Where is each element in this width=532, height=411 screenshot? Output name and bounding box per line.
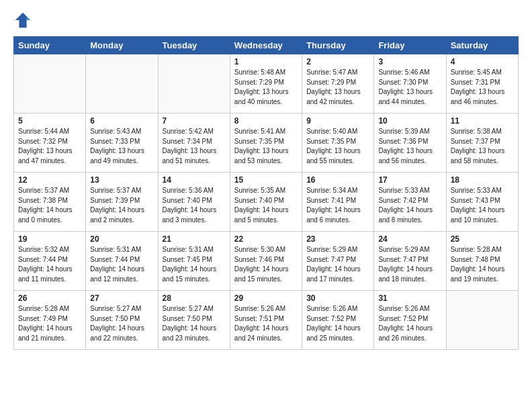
day-number: 25: [451, 234, 514, 244]
day-number: 26: [18, 293, 81, 303]
day-info: Sunrise: 5:38 AM Sunset: 7:37 PM Dayligh…: [451, 127, 514, 166]
day-info: Sunrise: 5:26 AM Sunset: 7:52 PM Dayligh…: [378, 304, 441, 343]
day-info: Sunrise: 5:41 AM Sunset: 7:35 PM Dayligh…: [234, 127, 298, 166]
calendar-cell: 25Sunrise: 5:28 AM Sunset: 7:48 PM Dayli…: [446, 232, 518, 291]
day-number: 23: [306, 234, 369, 244]
day-info: Sunrise: 5:37 AM Sunset: 7:38 PM Dayligh…: [18, 186, 81, 225]
day-number: 19: [18, 234, 81, 244]
calendar-cell: 22Sunrise: 5:30 AM Sunset: 7:46 PM Dayli…: [230, 232, 302, 291]
day-number: 14: [163, 175, 226, 185]
day-info: Sunrise: 5:36 AM Sunset: 7:40 PM Dayligh…: [163, 186, 226, 225]
calendar-cell: 29Sunrise: 5:26 AM Sunset: 7:51 PM Dayli…: [230, 291, 302, 350]
weekday-header: Monday: [86, 37, 158, 54]
day-number: 3: [378, 57, 441, 66]
calendar-cell: 7Sunrise: 5:42 AM Sunset: 7:34 PM Daylig…: [158, 113, 230, 173]
calendar-cell: 31Sunrise: 5:26 AM Sunset: 7:52 PM Dayli…: [374, 291, 446, 350]
day-info: Sunrise: 5:33 AM Sunset: 7:42 PM Dayligh…: [378, 186, 441, 225]
logo-icon: [13, 11, 32, 30]
calendar-cell: 13Sunrise: 5:37 AM Sunset: 7:39 PM Dayli…: [86, 173, 158, 232]
calendar-week-row: 19Sunrise: 5:32 AM Sunset: 7:44 PM Dayli…: [14, 232, 519, 291]
day-info: Sunrise: 5:33 AM Sunset: 7:43 PM Dayligh…: [451, 186, 514, 225]
calendar-cell: 23Sunrise: 5:29 AM Sunset: 7:47 PM Dayli…: [302, 232, 374, 291]
calendar-cell: 4Sunrise: 5:45 AM Sunset: 7:31 PM Daylig…: [446, 54, 518, 113]
calendar-cell: 24Sunrise: 5:29 AM Sunset: 7:47 PM Dayli…: [374, 232, 446, 291]
calendar-cell: 30Sunrise: 5:26 AM Sunset: 7:52 PM Dayli…: [302, 291, 374, 350]
day-info: Sunrise: 5:45 AM Sunset: 7:31 PM Dayligh…: [451, 68, 514, 107]
day-number: 10: [378, 116, 441, 126]
calendar-cell: 11Sunrise: 5:38 AM Sunset: 7:37 PM Dayli…: [446, 113, 518, 173]
weekday-header: Friday: [374, 37, 446, 54]
day-info: Sunrise: 5:34 AM Sunset: 7:41 PM Dayligh…: [306, 186, 369, 225]
day-number: 20: [90, 234, 153, 244]
day-number: 27: [90, 293, 153, 303]
calendar-cell: [446, 291, 518, 350]
calendar-table: SundayMondayTuesdayWednesdayThursdayFrid…: [13, 36, 519, 350]
calendar-cell: 2Sunrise: 5:47 AM Sunset: 7:29 PM Daylig…: [302, 54, 374, 113]
calendar-cell: 15Sunrise: 5:35 AM Sunset: 7:40 PM Dayli…: [230, 173, 302, 232]
day-info: Sunrise: 5:31 AM Sunset: 7:45 PM Dayligh…: [163, 245, 226, 284]
calendar-week-row: 1Sunrise: 5:48 AM Sunset: 7:29 PM Daylig…: [14, 54, 519, 113]
calendar-week-row: 26Sunrise: 5:28 AM Sunset: 7:49 PM Dayli…: [14, 291, 519, 350]
calendar-cell: 8Sunrise: 5:41 AM Sunset: 7:35 PM Daylig…: [230, 113, 302, 173]
calendar-cell: 16Sunrise: 5:34 AM Sunset: 7:41 PM Dayli…: [302, 173, 374, 232]
day-number: 24: [378, 234, 441, 244]
calendar-cell: 18Sunrise: 5:33 AM Sunset: 7:43 PM Dayli…: [446, 173, 518, 232]
day-number: 16: [306, 175, 369, 185]
day-number: 6: [90, 116, 153, 126]
calendar-cell: 1Sunrise: 5:48 AM Sunset: 7:29 PM Daylig…: [230, 54, 302, 113]
day-info: Sunrise: 5:27 AM Sunset: 7:50 PM Dayligh…: [90, 304, 153, 343]
day-info: Sunrise: 5:29 AM Sunset: 7:47 PM Dayligh…: [378, 245, 441, 284]
day-info: Sunrise: 5:47 AM Sunset: 7:29 PM Dayligh…: [306, 68, 369, 107]
calendar-week-row: 5Sunrise: 5:44 AM Sunset: 7:32 PM Daylig…: [14, 113, 519, 173]
day-number: 17: [378, 175, 441, 185]
day-info: Sunrise: 5:31 AM Sunset: 7:44 PM Dayligh…: [90, 245, 153, 284]
day-info: Sunrise: 5:42 AM Sunset: 7:34 PM Dayligh…: [163, 127, 226, 166]
day-info: Sunrise: 5:28 AM Sunset: 7:48 PM Dayligh…: [451, 245, 514, 284]
day-number: 12: [18, 175, 81, 185]
calendar-cell: 9Sunrise: 5:40 AM Sunset: 7:35 PM Daylig…: [302, 113, 374, 173]
day-number: 1: [234, 57, 298, 66]
day-number: 13: [90, 175, 153, 185]
day-number: 30: [306, 293, 369, 303]
day-number: 7: [163, 116, 226, 126]
day-info: Sunrise: 5:40 AM Sunset: 7:35 PM Dayligh…: [306, 127, 369, 166]
day-info: Sunrise: 5:32 AM Sunset: 7:44 PM Dayligh…: [18, 245, 81, 284]
day-number: 4: [451, 57, 514, 66]
weekday-header: Saturday: [446, 37, 518, 54]
day-info: Sunrise: 5:43 AM Sunset: 7:33 PM Dayligh…: [90, 127, 153, 166]
calendar-cell: 19Sunrise: 5:32 AM Sunset: 7:44 PM Dayli…: [14, 232, 86, 291]
calendar-cell: 27Sunrise: 5:27 AM Sunset: 7:50 PM Dayli…: [86, 291, 158, 350]
calendar-cell: 17Sunrise: 5:33 AM Sunset: 7:42 PM Dayli…: [374, 173, 446, 232]
calendar-cell: 28Sunrise: 5:27 AM Sunset: 7:50 PM Dayli…: [158, 291, 230, 350]
weekday-header: Wednesday: [230, 37, 302, 54]
day-number: 11: [451, 116, 514, 126]
day-number: 5: [18, 116, 81, 126]
day-info: Sunrise: 5:28 AM Sunset: 7:49 PM Dayligh…: [18, 304, 81, 343]
day-number: 28: [163, 293, 226, 303]
day-info: Sunrise: 5:39 AM Sunset: 7:36 PM Dayligh…: [378, 127, 441, 166]
page-header: [13, 11, 519, 30]
day-info: Sunrise: 5:30 AM Sunset: 7:46 PM Dayligh…: [234, 245, 298, 284]
weekday-header: Tuesday: [158, 37, 230, 54]
day-info: Sunrise: 5:27 AM Sunset: 7:50 PM Dayligh…: [163, 304, 226, 343]
day-number: 18: [451, 175, 514, 185]
calendar-cell: [86, 54, 158, 113]
day-number: 22: [234, 234, 298, 244]
weekday-header-row: SundayMondayTuesdayWednesdayThursdayFrid…: [14, 37, 519, 54]
calendar-cell: 3Sunrise: 5:46 AM Sunset: 7:30 PM Daylig…: [374, 54, 446, 113]
calendar-cell: 20Sunrise: 5:31 AM Sunset: 7:44 PM Dayli…: [86, 232, 158, 291]
day-number: 8: [234, 116, 298, 126]
day-info: Sunrise: 5:29 AM Sunset: 7:47 PM Dayligh…: [306, 245, 369, 284]
day-number: 21: [163, 234, 226, 244]
day-number: 29: [234, 293, 298, 303]
day-info: Sunrise: 5:44 AM Sunset: 7:32 PM Dayligh…: [18, 127, 81, 166]
logo: [13, 11, 34, 30]
weekday-header: Thursday: [302, 37, 374, 54]
calendar-cell: 5Sunrise: 5:44 AM Sunset: 7:32 PM Daylig…: [14, 113, 86, 173]
weekday-header: Sunday: [14, 37, 86, 54]
calendar-cell: [158, 54, 230, 113]
day-info: Sunrise: 5:48 AM Sunset: 7:29 PM Dayligh…: [234, 68, 298, 107]
day-info: Sunrise: 5:46 AM Sunset: 7:30 PM Dayligh…: [378, 68, 441, 107]
day-info: Sunrise: 5:26 AM Sunset: 7:51 PM Dayligh…: [234, 304, 298, 343]
calendar-cell: 21Sunrise: 5:31 AM Sunset: 7:45 PM Dayli…: [158, 232, 230, 291]
